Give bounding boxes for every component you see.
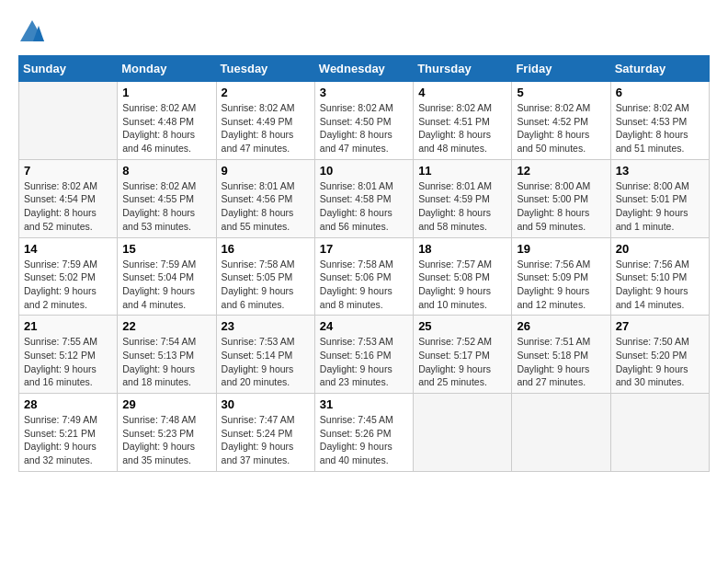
calendar-cell: 25Sunrise: 7:52 AMSunset: 5:17 PMDayligh… [414, 316, 512, 394]
day-info: Sunrise: 7:48 AMSunset: 5:23 PMDaylight:… [122, 413, 210, 467]
day-number: 27 [616, 319, 704, 333]
day-info: Sunrise: 8:02 AMSunset: 4:50 PMDaylight:… [320, 101, 408, 155]
calendar-cell: 3Sunrise: 8:02 AMSunset: 4:50 PMDaylight… [314, 82, 413, 160]
day-info: Sunrise: 8:01 AMSunset: 4:59 PMDaylight:… [418, 179, 506, 234]
calendar-week-5: 28Sunrise: 7:49 AMSunset: 5:21 PMDayligh… [19, 394, 710, 472]
logo [18, 18, 50, 46]
calendar-cell: 24Sunrise: 7:53 AMSunset: 5:16 PMDayligh… [314, 316, 413, 394]
weekday-header-saturday: Saturday [610, 56, 709, 82]
day-number: 25 [418, 319, 506, 333]
calendar-cell: 23Sunrise: 7:53 AMSunset: 5:14 PMDayligh… [216, 316, 314, 394]
day-info: Sunrise: 8:02 AMSunset: 4:55 PMDaylight:… [122, 179, 210, 234]
day-info: Sunrise: 8:00 AMSunset: 5:00 PMDaylight:… [517, 179, 605, 234]
calendar-cell: 21Sunrise: 7:55 AMSunset: 5:12 PMDayligh… [19, 316, 118, 394]
day-info: Sunrise: 7:51 AMSunset: 5:18 PMDaylight:… [517, 335, 605, 389]
day-number: 1 [122, 86, 210, 99]
day-info: Sunrise: 8:02 AMSunset: 4:49 PMDaylight:… [222, 101, 310, 155]
day-number: 10 [320, 164, 408, 178]
day-number: 30 [222, 397, 310, 411]
calendar-cell: 28Sunrise: 7:49 AMSunset: 5:21 PMDayligh… [19, 394, 118, 472]
calendar-cell: 31Sunrise: 7:45 AMSunset: 5:26 PMDayligh… [314, 394, 413, 472]
calendar-cell: 10Sunrise: 8:01 AMSunset: 4:58 PMDayligh… [314, 159, 413, 237]
day-info: Sunrise: 8:02 AMSunset: 4:54 PMDaylight:… [24, 179, 112, 234]
calendar-cell: 20Sunrise: 7:56 AMSunset: 5:10 PMDayligh… [610, 237, 709, 316]
day-info: Sunrise: 7:53 AMSunset: 5:16 PMDaylight:… [320, 335, 408, 389]
day-info: Sunrise: 7:47 AMSunset: 5:24 PMDaylight:… [222, 413, 310, 467]
calendar-cell: 5Sunrise: 8:02 AMSunset: 4:52 PMDaylight… [512, 82, 610, 160]
day-number: 21 [24, 319, 112, 333]
calendar-cell [19, 82, 118, 160]
day-number: 15 [122, 242, 210, 256]
day-number: 24 [320, 319, 408, 333]
calendar-cell: 30Sunrise: 7:47 AMSunset: 5:24 PMDayligh… [216, 394, 314, 472]
day-number: 20 [616, 242, 704, 256]
day-number: 3 [320, 86, 408, 99]
day-number: 6 [616, 86, 704, 99]
calendar-cell [414, 394, 512, 472]
day-number: 17 [320, 242, 408, 256]
calendar-header: SundayMondayTuesdayWednesdayThursdayFrid… [19, 56, 710, 82]
day-info: Sunrise: 8:00 AMSunset: 5:01 PMDaylight:… [616, 179, 704, 234]
day-info: Sunrise: 8:01 AMSunset: 4:56 PMDaylight:… [222, 179, 310, 234]
day-info: Sunrise: 7:54 AMSunset: 5:13 PMDaylight:… [122, 335, 210, 389]
day-info: Sunrise: 7:57 AMSunset: 5:08 PMDaylight:… [418, 258, 506, 312]
day-number: 12 [517, 164, 605, 178]
calendar-cell: 11Sunrise: 8:01 AMSunset: 4:59 PMDayligh… [414, 159, 512, 237]
day-number: 8 [122, 164, 210, 178]
weekday-header-wednesday: Wednesday [314, 56, 413, 82]
day-number: 22 [122, 319, 210, 333]
day-number: 11 [418, 164, 506, 178]
calendar-cell: 17Sunrise: 7:58 AMSunset: 5:06 PMDayligh… [314, 237, 413, 316]
day-info: Sunrise: 8:02 AMSunset: 4:53 PMDaylight:… [616, 101, 704, 155]
calendar-cell: 27Sunrise: 7:50 AMSunset: 5:20 PMDayligh… [610, 316, 709, 394]
header [18, 18, 710, 46]
calendar-table: SundayMondayTuesdayWednesdayThursdayFrid… [18, 55, 710, 472]
calendar-cell [610, 394, 709, 472]
day-info: Sunrise: 8:02 AMSunset: 4:52 PMDaylight:… [517, 101, 605, 155]
calendar-week-3: 14Sunrise: 7:59 AMSunset: 5:02 PMDayligh… [19, 237, 710, 316]
day-info: Sunrise: 7:55 AMSunset: 5:12 PMDaylight:… [24, 335, 112, 389]
day-number: 2 [222, 86, 310, 99]
calendar-cell: 14Sunrise: 7:59 AMSunset: 5:02 PMDayligh… [19, 237, 118, 316]
calendar-cell: 15Sunrise: 7:59 AMSunset: 5:04 PMDayligh… [118, 237, 216, 316]
calendar-week-1: 1Sunrise: 8:02 AMSunset: 4:48 PMDaylight… [19, 82, 710, 160]
day-number: 13 [616, 164, 704, 178]
calendar-cell: 9Sunrise: 8:01 AMSunset: 4:56 PMDaylight… [216, 159, 314, 237]
weekday-header-thursday: Thursday [414, 56, 512, 82]
day-info: Sunrise: 7:56 AMSunset: 5:10 PMDaylight:… [616, 258, 704, 312]
calendar-cell: 2Sunrise: 8:02 AMSunset: 4:49 PMDaylight… [216, 82, 314, 160]
calendar-cell: 4Sunrise: 8:02 AMSunset: 4:51 PMDaylight… [414, 82, 512, 160]
day-number: 19 [517, 242, 605, 256]
calendar-cell: 18Sunrise: 7:57 AMSunset: 5:08 PMDayligh… [414, 237, 512, 316]
day-number: 18 [418, 242, 506, 256]
day-info: Sunrise: 7:58 AMSunset: 5:05 PMDaylight:… [222, 258, 310, 312]
day-info: Sunrise: 7:50 AMSunset: 5:20 PMDaylight:… [616, 335, 704, 389]
day-number: 28 [24, 397, 112, 411]
weekday-header-friday: Friday [512, 56, 610, 82]
day-number: 16 [222, 242, 310, 256]
calendar-cell: 1Sunrise: 8:02 AMSunset: 4:48 PMDaylight… [118, 82, 216, 160]
day-info: Sunrise: 7:56 AMSunset: 5:09 PMDaylight:… [517, 258, 605, 312]
day-info: Sunrise: 8:02 AMSunset: 4:48 PMDaylight:… [122, 101, 210, 155]
day-info: Sunrise: 7:52 AMSunset: 5:17 PMDaylight:… [418, 335, 506, 389]
weekday-header-tuesday: Tuesday [216, 56, 314, 82]
weekday-header-sunday: Sunday [19, 56, 118, 82]
calendar-cell: 7Sunrise: 8:02 AMSunset: 4:54 PMDaylight… [19, 159, 118, 237]
calendar-cell: 22Sunrise: 7:54 AMSunset: 5:13 PMDayligh… [118, 316, 216, 394]
day-info: Sunrise: 7:49 AMSunset: 5:21 PMDaylight:… [24, 413, 112, 467]
day-number: 29 [122, 397, 210, 411]
calendar-cell: 19Sunrise: 7:56 AMSunset: 5:09 PMDayligh… [512, 237, 610, 316]
weekday-header-monday: Monday [118, 56, 216, 82]
weekday-header-row: SundayMondayTuesdayWednesdayThursdayFrid… [19, 56, 710, 82]
day-number: 23 [222, 319, 310, 333]
day-info: Sunrise: 8:01 AMSunset: 4:58 PMDaylight:… [320, 179, 408, 234]
day-number: 26 [517, 319, 605, 333]
day-info: Sunrise: 7:59 AMSunset: 5:02 PMDaylight:… [24, 258, 112, 312]
day-info: Sunrise: 7:53 AMSunset: 5:14 PMDaylight:… [222, 335, 310, 389]
calendar-body: 1Sunrise: 8:02 AMSunset: 4:48 PMDaylight… [19, 82, 710, 472]
day-number: 7 [24, 164, 112, 178]
day-info: Sunrise: 8:02 AMSunset: 4:51 PMDaylight:… [418, 101, 506, 155]
calendar-cell: 29Sunrise: 7:48 AMSunset: 5:23 PMDayligh… [118, 394, 216, 472]
calendar-week-2: 7Sunrise: 8:02 AMSunset: 4:54 PMDaylight… [19, 159, 710, 237]
calendar-cell: 8Sunrise: 8:02 AMSunset: 4:55 PMDaylight… [118, 159, 216, 237]
